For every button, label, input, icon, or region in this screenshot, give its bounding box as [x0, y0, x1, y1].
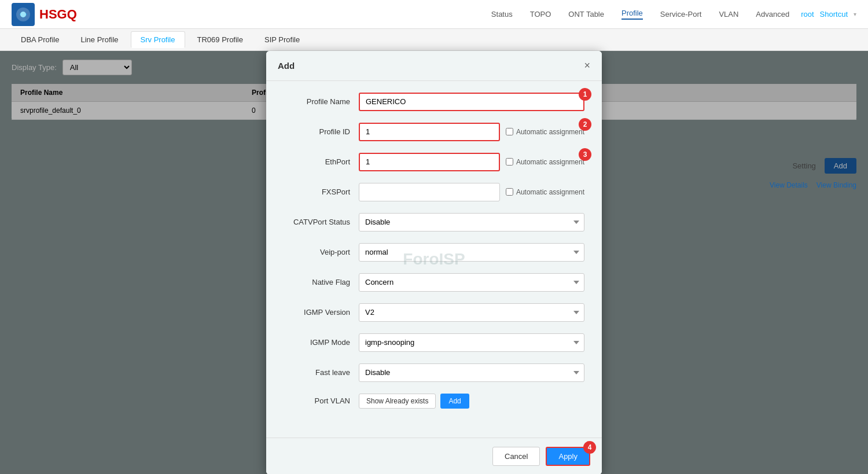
top-navigation: HSGQ Status TOPO ONT Table Profile Servi…: [0, 0, 868, 29]
tab-line-profile[interactable]: Line Profile: [71, 32, 127, 47]
fxsport-group: [359, 183, 500, 201]
nav-ont-table[interactable]: ONT Table: [568, 10, 604, 19]
ethport-input[interactable]: [359, 153, 500, 171]
nav-profile[interactable]: Profile: [621, 9, 643, 20]
modal-close-button[interactable]: ×: [584, 60, 590, 72]
modal-body: ForoISP Profile Name 1 Profile ID: [266, 81, 602, 438]
fxsport-input[interactable]: [359, 183, 500, 201]
logo-icon: [12, 3, 35, 26]
fast-leave-label: Fast leave: [284, 368, 359, 377]
logo-area: HSGQ: [12, 3, 77, 26]
igmp-mode-select[interactable]: igmp-snooping igmp-proxy: [359, 333, 584, 352]
nav-right: root Shortcut ▾: [801, 10, 856, 19]
modal-header: Add ×: [266, 51, 602, 81]
form-row-igmp-mode: IGMP Mode igmp-snooping igmp-proxy: [284, 333, 584, 352]
form-row-profile-id: Profile ID Automatic assignment 2: [284, 123, 584, 141]
profile-name-label: Profile Name: [284, 97, 359, 106]
catvport-select[interactable]: Disable Enable: [359, 213, 584, 232]
nav-links: Status TOPO ONT Table Profile Service-Po…: [491, 9, 789, 20]
port-vlan-add-button[interactable]: Add: [440, 394, 469, 409]
nav-root[interactable]: root: [801, 10, 814, 19]
nav-service-port[interactable]: Service-Port: [660, 10, 702, 19]
native-flag-label: Native Flag: [284, 278, 359, 286]
catvport-label: CATVPort Status: [284, 218, 359, 226]
form-row-port-vlan: Port VLAN Show Already exists Add: [284, 394, 584, 409]
ethport-label: EthPort: [284, 157, 359, 166]
fxsport-auto-label: Automatic assignment: [516, 188, 584, 196]
ethport-auto-checkbox[interactable]: [506, 158, 513, 166]
nav-vlan[interactable]: VLAN: [719, 10, 738, 19]
fxsport-auto-assign: Automatic assignment: [506, 188, 584, 196]
tab-tr069-profile[interactable]: TR069 Profile: [188, 32, 252, 47]
fxsport-auto-checkbox[interactable]: [506, 188, 513, 196]
igmp-mode-label: IGMP Mode: [284, 338, 359, 347]
nav-status[interactable]: Status: [491, 10, 513, 19]
nav-shortcut[interactable]: Shortcut: [820, 10, 848, 19]
veipport-label: Veip-port: [284, 248, 359, 256]
port-vlan-buttons: Show Already exists Add: [359, 394, 469, 409]
profile-name-input[interactable]: [359, 93, 584, 111]
profile-id-auto-assign: Automatic assignment: [506, 128, 584, 136]
svg-point-1: [20, 12, 26, 17]
page-content: Display Type: All Profile Name Profile I…: [0, 51, 868, 474]
modal-footer: Cancel Apply 4: [266, 438, 602, 475]
form-row-native-flag: Native Flag Concern No Concern: [284, 273, 584, 292]
modal-title: Add: [278, 61, 295, 71]
profile-id-group: [359, 123, 500, 141]
veipport-select[interactable]: normal: [359, 243, 584, 262]
form-row-catvport: CATVPort Status Disable Enable: [284, 213, 584, 232]
nav-advanced[interactable]: Advanced: [756, 10, 789, 19]
step-badge-1: 1: [579, 88, 591, 101]
logo-text: HSGQ: [39, 7, 77, 22]
form-row-fast-leave: Fast leave Disable Enable: [284, 363, 584, 382]
show-already-exists-button[interactable]: Show Already exists: [359, 394, 436, 409]
profile-id-auto-checkbox[interactable]: [506, 128, 513, 135]
ethport-group: [359, 153, 500, 171]
form-row-veipport: Veip-port normal: [284, 243, 584, 262]
form-row-profile-name: Profile Name 1: [284, 93, 584, 111]
step-badge-3: 3: [579, 148, 591, 161]
igmp-version-select[interactable]: V2 V3: [359, 303, 584, 322]
fxsport-label: FXSPort: [284, 188, 359, 196]
profile-id-input[interactable]: [359, 123, 500, 141]
igmp-version-label: IGMP Version: [284, 308, 359, 317]
tab-dba-profile[interactable]: DBA Profile: [12, 32, 68, 47]
step-badge-4: 4: [583, 441, 596, 454]
form-row-fxsport: FXSPort Automatic assignment: [284, 183, 584, 201]
modal-overlay: Add × ForoISP Profile Name 1: [0, 51, 868, 474]
add-modal: Add × ForoISP Profile Name 1: [266, 51, 602, 475]
fast-leave-select[interactable]: Disable Enable: [359, 363, 584, 382]
step-badge-2: 2: [579, 118, 591, 131]
nav-topo[interactable]: TOPO: [530, 10, 551, 19]
tab-srv-profile[interactable]: Srv Profile: [131, 31, 185, 48]
chevron-down-icon: ▾: [854, 11, 856, 17]
ethport-auto-assign: Automatic assignment: [506, 158, 584, 166]
form-row-igmp-version: IGMP Version V2 V3: [284, 303, 584, 322]
native-flag-select[interactable]: Concern No Concern: [359, 273, 584, 292]
port-vlan-label: Port VLAN: [284, 396, 359, 405]
profile-id-label: Profile ID: [284, 127, 359, 136]
tab-sip-profile[interactable]: SIP Profile: [255, 32, 309, 47]
cancel-button[interactable]: Cancel: [492, 447, 540, 466]
profile-id-auto-label: Automatic assignment: [516, 128, 584, 136]
ethport-auto-label: Automatic assignment: [516, 158, 584, 166]
form-row-ethport: EthPort Automatic assignment 3: [284, 153, 584, 171]
sub-tabs: DBA Profile Line Profile Srv Profile TR0…: [0, 29, 868, 51]
